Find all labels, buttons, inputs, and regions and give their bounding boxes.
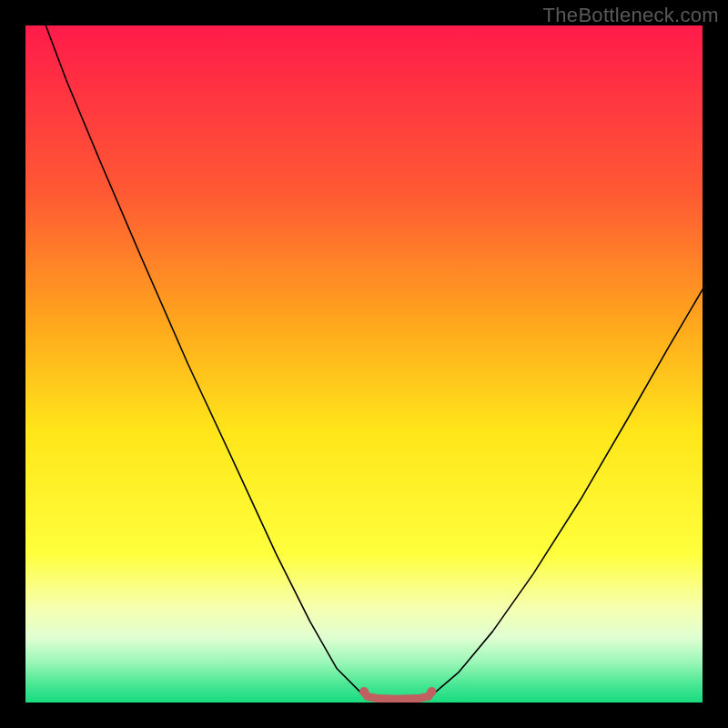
plot-area xyxy=(25,25,703,703)
chart-stage: TheBottleneck.com xyxy=(0,0,728,728)
optimal-range-marker xyxy=(364,692,431,699)
optimal-range-endpoint xyxy=(359,687,369,696)
watermark-text: TheBottleneck.com xyxy=(543,4,719,27)
chart-overlay xyxy=(25,25,703,703)
bottleneck-curve xyxy=(46,25,703,699)
optimal-range-endpoint xyxy=(427,687,436,696)
